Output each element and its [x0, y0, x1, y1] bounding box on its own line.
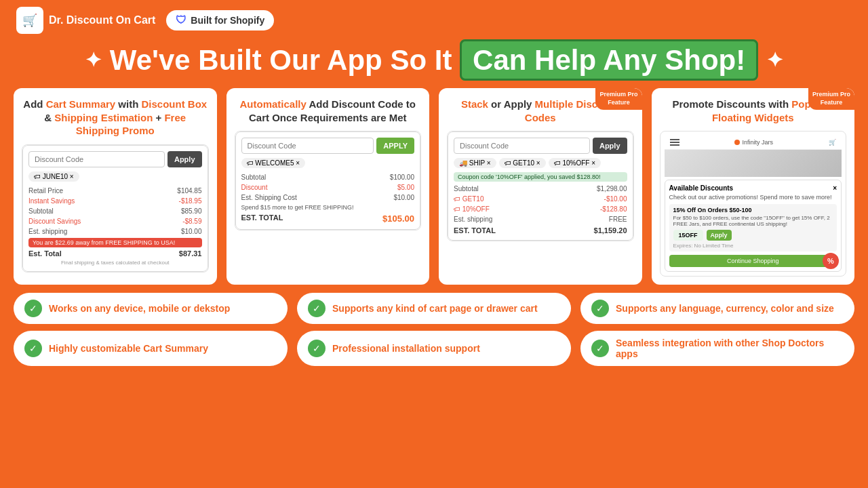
logo-area: 🛒 Dr. Discount On Cart [16, 7, 155, 34]
promo-desc: For $50 to $100 orders, use the code "15… [673, 215, 833, 227]
check-icon-6: ✓ [591, 340, 609, 357]
card-1-mock: Apply 🏷 JUNE10 × Retail Price$104.85 Ins… [22, 144, 209, 272]
tag-get10: 🏷 GET10 × [499, 158, 546, 168]
check-icon-2: ✓ [308, 300, 326, 317]
price-subtotal-2: Subtotal$100.00 [241, 172, 415, 182]
tag-june10: 🏷 JUNE10 × [28, 171, 79, 182]
premium-badge-3: Premium ProFeature [595, 88, 642, 109]
feature-badge-integration: ✓ Seamless integration with other Shop D… [580, 331, 854, 366]
feature-badge-language: ✓ Supports any language, currency, color… [580, 293, 854, 324]
apply-button-3[interactable]: Apply [593, 138, 627, 154]
feature-badge-installation: ✓ Professional installation support [297, 331, 571, 366]
sparkle-left-icon: ✦ [85, 48, 102, 73]
cards-row: Add Cart Summary with Discount Box & Shi… [0, 88, 868, 285]
apply-button-1[interactable]: Apply [167, 151, 202, 167]
check-icon-4: ✓ [24, 340, 42, 357]
est-total-row-3: EST. TOTAL$1,159.20 [454, 226, 627, 235]
discount-row-2: APPLY [241, 138, 415, 154]
feature-badge-customizable: ✓ Highly customizable Cart Summary [14, 331, 288, 366]
card-2-mock: APPLY 🏷 WELCOME5 × Subtotal$100.00 Disco… [235, 131, 422, 230]
mock-ui-3: Apply 🚚 SHIP × 🏷 GET10 × 🏷 10%OFF × Coup… [448, 131, 633, 241]
features-row-2: ✓ Highly customizable Cart Summary ✓ Pro… [14, 331, 854, 366]
promo-apply-button[interactable]: Apply [707, 230, 732, 241]
final-note: Final shipping & taxes calculated at che… [28, 260, 202, 266]
price-discount-savings: Discount Savings-$8.59 [28, 216, 202, 226]
feature-text-2: Supports any kind of cart page or drawer… [332, 303, 538, 314]
hero-highlight: Can Help Any Shop! [460, 39, 758, 81]
discount-row-1: Apply [28, 151, 202, 167]
card-popup: Premium ProFeature Promote Discounts wit… [652, 88, 855, 285]
logo-text: Dr. Discount On Cart [49, 14, 155, 26]
free-shipping-bar: You are $22.69 away from FREE SHIPPING t… [28, 238, 202, 247]
price-subtotal-3: Subtotal$1,298.00 [454, 184, 627, 194]
card-3-mock: Apply 🚚 SHIP × 🏷 GET10 × 🏷 10%OFF × Coup… [447, 131, 634, 241]
discount-input-1[interactable] [28, 151, 165, 167]
feature-badge-cart-type: ✓ Supports any kind of cart page or draw… [297, 293, 571, 324]
check-icon-5: ✓ [308, 340, 326, 357]
card-1-title: Add Cart Summary with Discount Box & Shi… [22, 98, 209, 138]
tag-ship: 🚚 SHIP × [454, 158, 496, 168]
tag-row-2: 🏷 WELCOME5 × [241, 158, 415, 168]
feature-text-1: Works on any device, mobile or dekstop [49, 303, 230, 314]
est-total-row-2: EST. TOTAL$105.00 [241, 214, 415, 224]
coupon-notice: Coupon code '10%OFF' applied, you saved … [454, 172, 627, 182]
spend-more-notice: Spend $15 more to get FREE SHIPPING! [241, 204, 415, 211]
close-icon[interactable]: × [833, 184, 837, 192]
sparkle-right-icon: ✦ [766, 48, 783, 73]
logo-icon: 🛒 [16, 7, 43, 34]
card-2-title: Automatically Add Discount Code to Cart … [235, 98, 422, 124]
card-4-mock: Infinity Jars 🛒 Available Discounts × Ch… [660, 131, 847, 277]
feature-text-3: Supports any language, currency, color a… [616, 303, 834, 314]
product-image [665, 150, 842, 177]
shopify-badge: 🛡 Built for Shopify [166, 10, 274, 30]
mock-ui-1: Apply 🏷 JUNE10 × Retail Price$104.85 Ins… [22, 145, 208, 272]
available-discounts-popup: Available Discounts × Check out our acti… [665, 180, 842, 272]
price-retail: Retail Price$104.85 [28, 186, 202, 196]
shield-icon: 🛡 [176, 14, 186, 26]
hamburger-icon [670, 139, 679, 146]
check-icon-1: ✓ [24, 300, 42, 317]
price-subtotal: Subtotal$85.90 [28, 206, 202, 216]
card-auto-discount: Automatically Add Discount Code to Cart … [226, 88, 430, 285]
premium-badge-4: Premium ProFeature [808, 88, 854, 109]
promo-title: 15% Off On Orders $50-100 [673, 207, 833, 214]
feature-badge-device: ✓ Works on any device, mobile or dekstop [14, 293, 288, 324]
hero-section: ✦ We've Built Our App So It Can Help Any… [0, 41, 868, 85]
shopify-badge-text: Built for Shopify [191, 15, 264, 26]
cart-icon: 🛒 [829, 139, 836, 146]
price-shipping-3: Est. shippingFREE [454, 214, 627, 224]
discount-input-3[interactable] [454, 138, 590, 154]
discount-input-2[interactable] [241, 138, 374, 154]
card-cart-summary: Add Cart Summary with Discount Box & Shi… [14, 88, 217, 285]
hero-title-text: We've Built Our App So It Can Help Any S… [110, 43, 758, 77]
promo-code-display: 15OFF [673, 230, 703, 241]
mock-nav: Infinity Jars 🛒 [665, 136, 842, 150]
price-shipping: Est. shipping$10.00 [28, 226, 202, 237]
feature-text-5: Professional installation support [332, 343, 480, 354]
feature-text-6: Seamless integration with other Shop Doc… [616, 338, 844, 359]
discount-row-3: Apply [454, 138, 627, 154]
features-row-1: ✓ Works on any device, mobile or dekstop… [14, 293, 854, 324]
promo-box: 15% Off On Orders $50-100 For $50 to $10… [669, 204, 837, 251]
price-shipping-cost-2: Est. Shipping Cost$10.00 [241, 192, 415, 203]
expires-label: Expires: No Limited Time [673, 243, 833, 249]
feature-text-4: Highly customizable Cart Summary [49, 343, 208, 354]
store-logo: Infinity Jars [734, 139, 773, 146]
mock-ui-2: APPLY 🏷 WELCOME5 × Subtotal$100.00 Disco… [235, 131, 421, 230]
price-instant-savings: Instant Savings-$18.95 [28, 196, 202, 206]
tag-10off: 🏷 10%OFF × [549, 158, 601, 168]
apply-button-2[interactable]: APPLY [376, 138, 414, 154]
available-desc: Check out our active promotions! Spend m… [669, 194, 837, 201]
price-10off: 🏷 10%OFF-$128.80 [454, 204, 627, 214]
hero-title: ✦ We've Built Our App So It Can Help Any… [85, 43, 783, 77]
features-section: ✓ Works on any device, mobile or dekstop… [0, 285, 868, 366]
promo-apply-row: 15OFF Apply [673, 230, 833, 241]
tag-row-1: 🏷 JUNE10 × [28, 171, 202, 182]
price-discount-2: Discount$5.00 [241, 182, 415, 192]
tag-welcome5: 🏷 WELCOME5 × [241, 158, 306, 168]
est-total-row-1: Est. Total$87.31 [28, 249, 202, 258]
continue-shopping-button[interactable]: Continue Shopping [669, 255, 837, 267]
card-multiple-codes: Premium ProFeature Stack or Apply Multip… [439, 88, 642, 285]
tag-row-3: 🚚 SHIP × 🏷 GET10 × 🏷 10%OFF × [454, 158, 627, 168]
header: 🛒 Dr. Discount On Cart 🛡 Built for Shopi… [0, 0, 868, 41]
